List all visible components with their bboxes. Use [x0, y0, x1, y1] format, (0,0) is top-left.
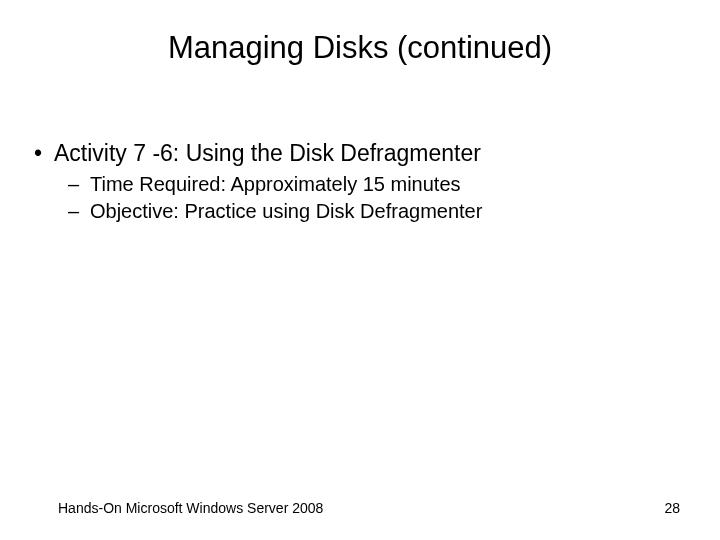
list-item: – Objective: Practice using Disk Defragm… [68, 200, 690, 223]
bullet-text: Time Required: Approximately 15 minutes [90, 173, 461, 196]
page-number: 28 [664, 500, 680, 516]
list-item: – Time Required: Approximately 15 minute… [68, 173, 690, 196]
slide-title: Managing Disks (continued) [0, 30, 720, 66]
bullet-text: Objective: Practice using Disk Defragmen… [90, 200, 482, 223]
bullet-text: Activity 7 -6: Using the Disk Defragment… [54, 140, 481, 167]
footer-source: Hands-On Microsoft Windows Server 2008 [58, 500, 323, 516]
slide: Managing Disks (continued) • Activity 7 … [0, 0, 720, 540]
bullet-marker: – [68, 173, 90, 196]
bullet-marker: • [30, 140, 54, 167]
slide-content: • Activity 7 -6: Using the Disk Defragme… [30, 140, 690, 223]
list-item: • Activity 7 -6: Using the Disk Defragme… [30, 140, 690, 167]
bullet-marker: – [68, 200, 90, 223]
